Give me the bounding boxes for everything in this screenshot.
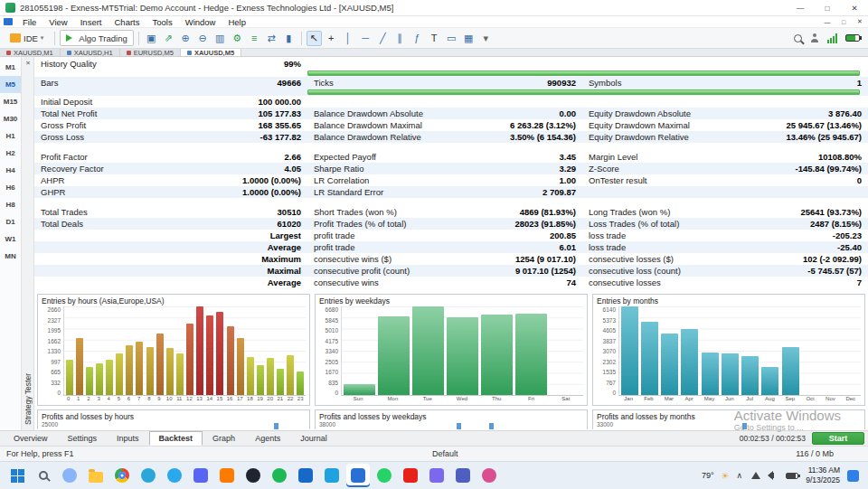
file-explorer-icon[interactable] — [84, 464, 108, 487]
bar-style-icon[interactable]: ▮ — [281, 31, 297, 46]
vertical-line-icon[interactable]: │ — [341, 31, 356, 46]
mdi-restore-button[interactable]: □ — [835, 16, 852, 27]
tester-close-icon[interactable]: ✕ — [24, 59, 33, 68]
timeframe-h1[interactable]: H1 — [0, 127, 21, 145]
menu-tools[interactable]: Tools — [146, 17, 178, 27]
photos-icon[interactable] — [477, 464, 501, 487]
timeframe-m5[interactable]: M5 — [0, 76, 21, 93]
tester-tab-journal[interactable]: Journal — [290, 431, 337, 446]
tray-expand-icon[interactable]: ∧ — [737, 471, 743, 480]
market-watch-icon[interactable]: ≡ — [247, 31, 262, 46]
taskbar-icons — [5, 464, 501, 487]
maximize-button[interactable]: □ — [814, 0, 841, 15]
mdi-minimize-button[interactable]: — — [819, 16, 835, 27]
horizontal-line-icon[interactable]: ─ — [358, 31, 373, 46]
vlc-icon[interactable] — [215, 464, 239, 487]
timeframe-m30[interactable]: M30 — [0, 110, 21, 127]
connection-status-icon[interactable] — [845, 34, 860, 42]
taskbar-clock[interactable]: 11:36 AM 9/13/2025 — [806, 465, 840, 484]
new-order-icon[interactable]: ▣ — [144, 31, 159, 46]
timeframe-h6[interactable]: H6 — [0, 179, 21, 196]
zoom-in-icon[interactable]: ⊕ — [178, 31, 193, 46]
expert-settings-icon[interactable]: ⚙ — [230, 31, 245, 46]
shapes-icon[interactable]: ▭ — [444, 31, 459, 46]
tick-chart-icon[interactable]: ⇗ — [161, 31, 176, 46]
telegram-icon[interactable] — [163, 464, 186, 487]
start-button[interactable]: Start — [812, 432, 864, 445]
tester-tab-overview[interactable]: Overview — [4, 431, 58, 446]
chrome-icon[interactable] — [110, 464, 134, 487]
algo-trading-button[interactable]: Algo Trading — [60, 30, 133, 46]
menu-charts[interactable]: Charts — [108, 17, 146, 27]
menu-view[interactable]: View — [42, 17, 73, 27]
x-tick: Mar — [659, 396, 679, 404]
tester-tab-inputs[interactable]: Inputs — [107, 431, 149, 446]
tester-tab-graph[interactable]: Graph — [203, 431, 245, 446]
search-button[interactable] — [32, 464, 55, 487]
network-icon[interactable] — [750, 469, 762, 482]
tester-tab-agents[interactable]: Agents — [245, 431, 290, 446]
objects-dropdown-icon[interactable]: ▾ — [478, 31, 494, 46]
timeframe-m15[interactable]: M15 — [0, 93, 21, 110]
report-label: profit trade — [307, 242, 494, 252]
chart-mode-icon[interactable]: ▥ — [212, 31, 228, 46]
notifications-icon[interactable] — [847, 470, 859, 482]
connection-bars-icon[interactable] — [827, 33, 837, 43]
chart-tab[interactable]: XAUUSD,M1 — [0, 49, 61, 56]
tester-tab-backtest[interactable]: Backtest — [149, 431, 203, 446]
search-icon[interactable] — [794, 34, 802, 42]
bar — [166, 348, 174, 395]
spotify-icon[interactable] — [268, 464, 291, 487]
tester-tab-settings[interactable]: Settings — [58, 431, 108, 446]
weather-temp[interactable]: 79° — [702, 471, 714, 480]
report-label: consecutive losses — [582, 277, 772, 287]
discord-icon[interactable] — [189, 464, 212, 487]
weather-icon[interactable]: ☀ — [722, 471, 730, 481]
menu-window[interactable]: Window — [179, 17, 222, 27]
whatsapp-icon[interactable] — [373, 464, 396, 487]
start-button[interactable] — [5, 464, 29, 487]
youtube-icon[interactable] — [399, 464, 422, 487]
menu-insert[interactable]: Insert — [74, 17, 108, 27]
chart-tab[interactable]: XAUUSD,M5 — [181, 49, 241, 56]
mt5-icon[interactable] — [346, 464, 370, 487]
minimize-button[interactable]: — — [787, 0, 814, 15]
ide-button[interactable]: IDE▾ — [4, 30, 50, 46]
timeframe-h2[interactable]: H2 — [0, 145, 21, 162]
menu-file[interactable]: File — [16, 17, 42, 27]
battery-icon[interactable] — [786, 469, 798, 482]
timeframe-mn[interactable]: MN — [0, 248, 21, 265]
profile-icon[interactable] — [810, 33, 819, 42]
report-row: Initial Deposit100 000.00 — [34, 96, 868, 108]
tv-app-icon[interactable] — [294, 464, 317, 487]
timeframe-m1[interactable]: M1 — [0, 59, 21, 76]
chart-shift-icon[interactable]: ⇄ — [264, 31, 279, 46]
bar — [287, 355, 294, 395]
timeframe-h4[interactable]: H4 — [0, 162, 21, 179]
timeframe-d1[interactable]: D1 — [0, 213, 21, 230]
camera-icon[interactable] — [425, 464, 448, 487]
chart-tab[interactable]: XAUUSD,H1 — [61, 49, 120, 56]
chart-tab[interactable]: EURUSD,M5 — [120, 49, 181, 56]
channel-icon[interactable]: ∥ — [392, 31, 408, 46]
mdi-close-button[interactable]: ✕ — [852, 16, 868, 27]
edge-icon[interactable] — [137, 464, 160, 487]
trendline-icon[interactable]: ╱ — [375, 31, 391, 46]
report-label: consecutive profit (count) — [307, 266, 494, 276]
text-label-icon[interactable]: T — [427, 31, 442, 46]
teams-icon[interactable] — [451, 464, 475, 487]
zoom-out-icon[interactable]: ⊖ — [195, 31, 211, 46]
arrange-windows-icon[interactable]: ▦ — [461, 31, 476, 46]
crosshair-icon[interactable]: + — [324, 31, 339, 46]
timeframe-w1[interactable]: W1 — [0, 230, 21, 248]
fibonacci-icon[interactable]: ƒ — [410, 31, 425, 46]
cursor-icon[interactable]: ↖ — [307, 31, 322, 46]
copilot-icon[interactable] — [58, 464, 81, 487]
menu-help[interactable]: Help — [222, 17, 252, 27]
chart-window-icon[interactable] — [4, 18, 13, 25]
obs-icon[interactable] — [241, 464, 265, 487]
speaker-icon[interactable] — [768, 469, 780, 482]
store-icon[interactable] — [320, 464, 344, 487]
timeframe-h8[interactable]: H8 — [0, 196, 21, 213]
close-button[interactable]: ✕ — [841, 0, 868, 15]
